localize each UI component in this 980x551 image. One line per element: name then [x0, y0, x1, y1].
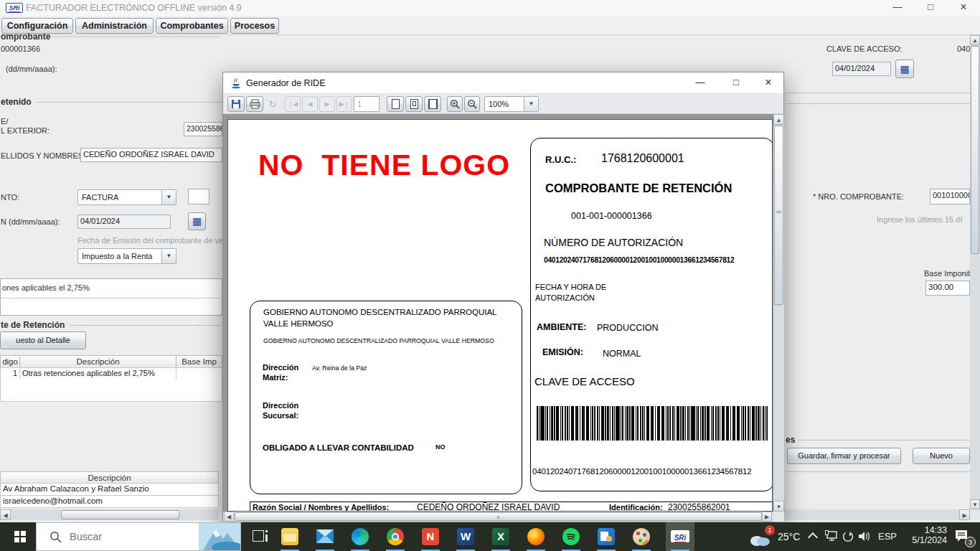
weather-image[interactable]: [199, 523, 240, 550]
taskbar-app-nitro-pdf[interactable]: N: [416, 522, 445, 551]
temperature-text[interactable]: 25°C: [778, 531, 800, 542]
nro-comprobante-field[interactable]: 001010000: [930, 189, 970, 204]
table-row[interactable]: Otras retenciones aplicables el 2,75%: [19, 367, 176, 380]
taskbar-app-paint[interactable]: [627, 522, 656, 551]
maximize-button[interactable]: □: [918, 0, 943, 16]
ride-dialog: Generador de RIDE — □ × ↻ ❘◀ ◀ ▶ ▶❘: [222, 72, 784, 522]
last-page-icon[interactable]: ▶❘: [336, 96, 352, 112]
scroll-up-icon[interactable]: ▲: [773, 114, 784, 125]
chevron-down-icon[interactable]: ▼: [161, 249, 176, 263]
language-indicator[interactable]: ESP: [878, 531, 897, 542]
word-icon: W: [457, 528, 474, 545]
close-button[interactable]: ×: [951, 0, 976, 16]
fecha-derecha-field[interactable]: 04/01/2024: [832, 62, 891, 76]
v-scrollbar-track[interactable]: ▲ ▼: [970, 35, 980, 509]
taskbar-app-sri-active[interactable]: SRi: [666, 522, 694, 551]
h-scrollbar-track[interactable]: ◀: [0, 509, 219, 520]
chevron-down-icon[interactable]: ▼: [161, 190, 176, 204]
list-item[interactable]: Av Abraham Calazacon y Rafael Sanzio: [0, 483, 219, 496]
emisor-box: GOBIERNO AUTONOMO DESCENTRALIZADO PARROQ…: [250, 301, 522, 494]
scroll-left-icon[interactable]: ◀: [224, 512, 234, 522]
minimize-button[interactable]: —: [885, 0, 910, 16]
menu-procesos[interactable]: Procesos: [230, 18, 279, 34]
taskbar-app-word[interactable]: W: [451, 522, 480, 551]
menu-bar: Configuración Administración Comprobante…: [0, 16, 980, 35]
taskbar-app-chrome[interactable]: [381, 522, 410, 551]
guardar-firmar-button[interactable]: Guardar, firmar y procesar: [787, 448, 901, 464]
agregar-impuesto-button[interactable]: uesto al Detalle: [0, 331, 86, 349]
nombres-field[interactable]: CEDEÑO ORDOÑEZ ISRAEL DAVID: [80, 148, 222, 162]
porcentaje-field[interactable]: [188, 189, 209, 204]
tray-expand-button[interactable]: [809, 534, 816, 541]
scroll-down-icon[interactable]: ▼: [773, 501, 784, 512]
menu-administracion[interactable]: Administración: [75, 18, 154, 34]
taskbar-app-edge[interactable]: [346, 522, 374, 551]
refresh-icon[interactable]: ↻: [265, 96, 281, 112]
v-scrollbar-thumb[interactable]: [971, 46, 979, 254]
nuevo-button[interactable]: Nuevo: [913, 448, 970, 464]
task-view-button[interactable]: [247, 522, 273, 551]
edge-icon: [352, 528, 369, 545]
table-row[interactable]: [176, 367, 222, 380]
clock[interactable]: 14:33 5/1/2024: [900, 525, 947, 545]
dialog-minimize-button[interactable]: —: [686, 72, 715, 94]
h-scrollbar-track[interactable]: ▶: [784, 509, 970, 520]
info-table-header: Descripción: [0, 471, 219, 484]
ride-dialog-title: Generador de RIDE: [246, 78, 325, 88]
save-icon[interactable]: [227, 96, 245, 112]
chevron-down-icon[interactable]: ▼: [524, 97, 538, 111]
network-tray-item[interactable]: [825, 530, 838, 545]
zoom-in-icon[interactable]: [447, 96, 463, 112]
fecha-field[interactable]: 04/01/2024: [77, 215, 171, 229]
start-button[interactable]: [6, 522, 34, 551]
scroll-down-icon[interactable]: ▼: [970, 499, 980, 509]
zoom-out-icon[interactable]: [464, 96, 480, 112]
dialog-maximize-button[interactable]: □: [722, 72, 750, 94]
prev-page-icon[interactable]: ◀: [302, 96, 318, 112]
id-field[interactable]: 2300255862001: [184, 122, 222, 136]
zoom-level-combo[interactable]: 100% ▼: [484, 96, 539, 112]
list-item[interactable]: israelcedeno@hotmail.com: [0, 495, 219, 508]
search-input[interactable]: [70, 527, 192, 546]
fit-page-icon[interactable]: [405, 96, 423, 112]
first-page-icon[interactable]: ❘◀: [285, 96, 301, 112]
taskbar-app-blue-app[interactable]: [592, 522, 621, 551]
col-header-base: Base Imp: [176, 355, 222, 368]
notification-count-badge: 3: [965, 537, 976, 547]
actual-size-icon[interactable]: [387, 96, 404, 112]
autorizacion-numero: 0401202407176812060000120010010000013661…: [544, 256, 734, 264]
search-box[interactable]: [36, 522, 241, 551]
dialog-v-scrollbar[interactable]: ▲ ▼: [773, 114, 784, 512]
retencion-row-box[interactable]: ones aplicables el 2,75%: [0, 278, 222, 316]
fecha-formato-hint: (dd/mm/aaaa):: [6, 65, 57, 73]
teams-tray-item[interactable]: [842, 531, 854, 545]
scroll-left-icon[interactable]: ◀: [0, 509, 11, 520]
fit-width-icon[interactable]: [424, 96, 441, 112]
documento-combo[interactable]: FACTURA ▼: [77, 189, 176, 205]
h-scrollbar-thumb[interactable]: [61, 510, 179, 519]
dialog-h-scrollbar-thumb[interactable]: [235, 512, 762, 521]
table-row[interactable]: 1: [0, 367, 20, 380]
taskbar-app-spotify[interactable]: [557, 522, 585, 551]
dialog-v-scrollbar-thumb[interactable]: [774, 126, 783, 305]
scroll-right-icon[interactable]: ▶: [959, 509, 970, 520]
scroll-right-icon[interactable]: ▶: [762, 512, 772, 522]
taskbar-app-file-explorer[interactable]: [275, 522, 304, 551]
calendar-icon[interactable]: ▦: [188, 212, 206, 230]
impuesto-combo[interactable]: Impuesto a la Renta ▼: [77, 248, 176, 264]
taskbar-app-excel[interactable]: X: [486, 522, 515, 551]
page-number-input[interactable]: [354, 96, 380, 112]
taskbar-app-firefox[interactable]: [522, 522, 550, 551]
weather-tray-widget[interactable]: 1: [749, 527, 773, 547]
calendar-icon[interactable]: ▦: [895, 60, 914, 78]
base-imponible-field[interactable]: 300.00: [925, 281, 970, 296]
dialog-close-button[interactable]: ×: [754, 72, 783, 94]
menu-comprobantes[interactable]: Comprobantes: [156, 18, 228, 34]
print-icon[interactable]: [246, 96, 263, 112]
scroll-up-icon[interactable]: ▲: [970, 35, 980, 45]
volume-tray-item[interactable]: [858, 530, 872, 545]
taskbar-app-mail[interactable]: [311, 522, 339, 551]
notification-center-button[interactable]: 3: [954, 529, 973, 545]
next-page-icon[interactable]: ▶: [319, 96, 335, 112]
dialog-h-scrollbar[interactable]: ◀ ▶: [223, 512, 773, 522]
